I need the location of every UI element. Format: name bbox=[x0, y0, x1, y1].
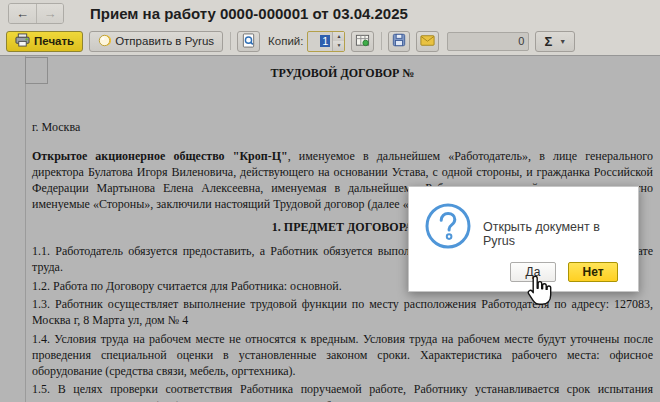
spinner-down-icon: ▼ bbox=[336, 42, 341, 48]
envelope-icon bbox=[420, 35, 435, 48]
contract-clause: 1.5. В целях проверки соответствия Работ… bbox=[32, 381, 653, 402]
contract-clause: 1.3. Работник осуществляет выполнение тр… bbox=[32, 296, 653, 329]
contract-title: ТРУДОВОЙ ДОГОВОР № bbox=[32, 65, 653, 81]
send-email-button[interactable] bbox=[416, 31, 439, 52]
contract-city: г. Москва bbox=[32, 119, 653, 135]
toolbar-separator bbox=[230, 32, 231, 50]
preview-icon bbox=[241, 33, 256, 50]
print-button[interactable]: Печать bbox=[6, 31, 83, 52]
cell-sum-value: 0 bbox=[518, 35, 524, 47]
modal-dialog: Открыть документ в Pyrus Да Нет bbox=[408, 186, 639, 292]
cell-sum-field: 0 bbox=[447, 32, 529, 51]
question-icon bbox=[424, 202, 472, 250]
page-setup-icon bbox=[355, 33, 370, 50]
copies-input[interactable]: 1 ▲ ▼ bbox=[307, 31, 345, 52]
send-to-pyrus-button[interactable]: Отправить в Pyrus bbox=[89, 31, 223, 52]
spinner-up-button[interactable]: ▲ bbox=[333, 32, 344, 42]
send-to-pyrus-label: Отправить в Pyrus bbox=[115, 35, 214, 47]
dialog-message: Открыть документ в Pyrus bbox=[483, 220, 632, 248]
print-label: Печать bbox=[34, 35, 74, 47]
save-button[interactable] bbox=[388, 31, 410, 52]
toolbar-separator bbox=[381, 32, 382, 50]
app-window: ← → Прием на работу 0000-000001 от 03.04… bbox=[0, 0, 660, 402]
nav-forward-button[interactable]: → bbox=[36, 4, 63, 23]
forward-arrow-icon: → bbox=[44, 7, 57, 20]
sigma-icon: Σ bbox=[544, 34, 552, 49]
intro-bold: Открытое акционерное общество "Кроп-Ц" bbox=[32, 149, 288, 163]
nav-back-button[interactable]: ← bbox=[9, 4, 36, 23]
printer-icon bbox=[15, 33, 30, 49]
chevron-down-icon: ▼ bbox=[559, 38, 566, 45]
copies-label: Копий: bbox=[268, 35, 303, 47]
titlebar: ← → Прием на работу 0000-000001 от 03.04… bbox=[0, 0, 660, 27]
save-icon bbox=[392, 33, 406, 49]
contract-clause: 1.4. Условия труда на рабочем месте не о… bbox=[32, 331, 653, 380]
page-setup-button[interactable] bbox=[351, 31, 374, 52]
no-button[interactable]: Нет bbox=[568, 262, 618, 282]
sigma-button[interactable]: Σ ▼ bbox=[535, 31, 575, 52]
copies-value: 1 bbox=[320, 35, 330, 47]
copies-stepper: ▲ ▼ bbox=[332, 32, 344, 51]
toolbar: Печать Отправить в Pyrus Копий: 1 ▲ ▼ bbox=[0, 27, 660, 56]
back-arrow-icon: ← bbox=[16, 7, 29, 20]
pyrus-icon bbox=[98, 34, 111, 49]
yes-button[interactable]: Да bbox=[510, 262, 556, 282]
spinner-down-button[interactable]: ▼ bbox=[333, 41, 344, 51]
print-preview-button[interactable] bbox=[237, 31, 260, 52]
nav-button-group: ← → bbox=[8, 3, 64, 24]
spinner-up-icon: ▲ bbox=[336, 33, 341, 39]
page-title: Прием на работу 0000-000001 от 03.04.202… bbox=[90, 5, 408, 22]
